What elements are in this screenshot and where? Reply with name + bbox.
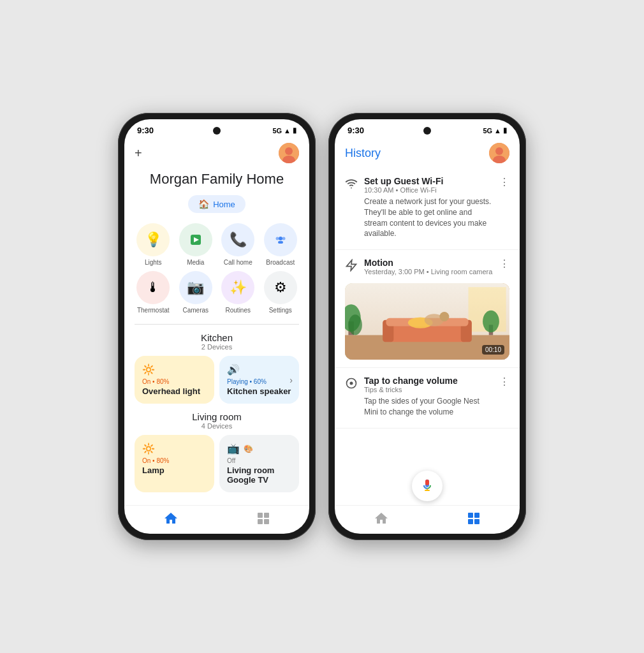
- device-google-tv[interactable]: 📺 🎨 Off Living room Google TV: [219, 435, 299, 492]
- home-chip-icon: 🏠: [198, 199, 209, 209]
- svg-point-7: [275, 237, 279, 240]
- volume-icon: [345, 377, 358, 393]
- network-indicator-history: 5G: [483, 127, 492, 135]
- device-overhead-light[interactable]: 🔆 On • 80% Overhead light: [135, 356, 214, 404]
- action-call[interactable]: 📞 Call home: [219, 223, 257, 266]
- volume-more-button[interactable]: ⋮: [499, 376, 509, 388]
- bottom-nav-home: [124, 505, 309, 534]
- mic-fab[interactable]: [412, 471, 443, 501]
- battery-icon: ▮: [293, 126, 296, 135]
- history-item-volume[interactable]: Tap to change volume Tips & tricks Tap t…: [335, 368, 520, 429]
- kitchen-devices: 🔆 On • 80% Overhead light 🔊 Playing • 60…: [135, 356, 299, 404]
- action-lights[interactable]: 💡 Lights: [135, 223, 172, 266]
- nav-home-history[interactable]: [374, 511, 389, 526]
- wifi-more-button[interactable]: ⋮: [499, 176, 509, 188]
- history-list: Set up Guest Wi-Fi 10:30 AM • Office Wi-…: [335, 168, 520, 466]
- action-thermostat[interactable]: 🌡 Thermostat: [135, 271, 172, 314]
- home-chip-label: Home: [213, 200, 235, 209]
- speaker-icon-row: 🔊: [227, 363, 291, 376]
- action-label-thermostat: Thermostat: [137, 307, 170, 314]
- device-lamp[interactable]: 🔆 On • 80% Lamp: [135, 435, 214, 492]
- speaker-icon: 🔊: [227, 363, 240, 376]
- action-circle-call: 📞: [221, 223, 254, 256]
- device-kitchen-speaker[interactable]: 🔊 Playing • 60% Kitchen speaker ›: [219, 356, 299, 404]
- living-room-title: Living room: [135, 411, 299, 422]
- battery-icon-history: ▮: [503, 126, 507, 135]
- nav-home[interactable]: [163, 511, 179, 526]
- motion-thumbnail[interactable]: 00:10: [345, 283, 509, 360]
- action-label-broadcast: Broadcast: [266, 259, 295, 266]
- motion-icon: [345, 259, 358, 275]
- add-button[interactable]: +: [135, 146, 142, 161]
- home-chip[interactable]: 🏠 Home: [188, 195, 245, 213]
- tv-name: Living room Google TV: [227, 466, 291, 485]
- wifi-item-content: Set up Guest Wi-Fi 10:30 AM • Office Wi-…: [364, 176, 493, 239]
- room-living-room: Living room 4 Devices 🔆 On • 80% Lamp: [124, 411, 309, 500]
- speaker-status: Playing • 60%: [227, 378, 291, 385]
- history-phone: 9:30 5G ▲ ▮ History: [328, 113, 526, 540]
- quick-actions-grid: 💡 Lights Media 📞 Call home: [124, 223, 309, 321]
- action-circle-broadcast: [264, 223, 297, 256]
- speaker-name: Kitchen speaker: [227, 386, 291, 396]
- divider-1: [135, 324, 299, 325]
- action-circle-media: [179, 223, 212, 256]
- action-media[interactable]: Media: [177, 223, 215, 266]
- wifi-item-meta: 10:30 AM • Office Wi-Fi: [364, 186, 493, 194]
- svg-rect-9: [258, 513, 263, 518]
- video-duration: 00:10: [482, 345, 504, 355]
- status-icons-home: 5G ▲ ▮: [272, 126, 296, 135]
- nav-history-active[interactable]: [466, 511, 481, 526]
- svg-rect-37: [474, 519, 479, 524]
- home-phone: 9:30 5G ▲ ▮ +: [118, 113, 316, 540]
- motion-more-button[interactable]: ⋮: [499, 258, 509, 270]
- action-label-cameras: Cameras: [182, 307, 209, 314]
- svg-point-14: [495, 147, 503, 155]
- volume-item-content: Tap to change volume Tips & tricks Tap t…: [364, 376, 493, 418]
- svg-rect-8: [278, 241, 283, 244]
- history-item-wifi[interactable]: Set up Guest Wi-Fi 10:30 AM • Office Wi-…: [335, 168, 520, 250]
- volume-item-header: Tap to change volume Tips & tricks Tap t…: [345, 376, 509, 418]
- avatar-history[interactable]: [489, 143, 509, 163]
- living-room-devices: 🔆 On • 80% Lamp 📺 🎨 Off Living room Go: [135, 435, 299, 492]
- camera-cutout: [213, 127, 221, 135]
- tv-icon-row: 📺 🎨: [227, 443, 291, 455]
- history-item-motion[interactable]: Motion Yesterday, 3:00 PM • Living room …: [335, 250, 520, 368]
- action-label-media: Media: [187, 259, 204, 266]
- home-screen-content: Morgan Family Home 🏠 Home 💡 Lights: [124, 166, 309, 505]
- home-title: Morgan Family Home: [124, 166, 309, 195]
- lamp-icon-row: 🔆: [142, 443, 207, 455]
- home-header: +: [124, 138, 309, 166]
- overhead-light-name: Overhead light: [142, 386, 207, 396]
- wifi-item-desc: Create a network just for your guests. T…: [364, 196, 493, 239]
- action-label-lights: Lights: [145, 259, 162, 266]
- motion-item-content: Motion Yesterday, 3:00 PM • Living room …: [364, 258, 493, 278]
- camera-cutout-history: [423, 127, 431, 135]
- volume-item-desc: Tap the sides of your Google Nest Mini t…: [364, 396, 493, 418]
- action-routines[interactable]: ✨ Routines: [219, 271, 257, 314]
- svg-point-5: [279, 237, 282, 240]
- svg-point-16: [351, 187, 352, 189]
- status-time-home: 9:30: [137, 126, 154, 135]
- kitchen-title: Kitchen: [135, 332, 299, 343]
- volume-item-meta: Tips & tricks: [364, 386, 493, 393]
- motion-item-meta: Yesterday, 3:00 PM • Living room camera: [364, 268, 493, 275]
- kitchen-count: 2 Devices: [135, 343, 299, 351]
- action-broadcast[interactable]: Broadcast: [262, 223, 300, 266]
- avatar-home[interactable]: [279, 143, 299, 163]
- overhead-light-status: On • 80%: [142, 378, 207, 385]
- action-settings[interactable]: ⚙ Settings: [262, 271, 300, 314]
- network-indicator: 5G: [272, 127, 282, 135]
- speaker-chevron: ›: [289, 375, 293, 385]
- home-chip-container: 🏠 Home: [124, 195, 309, 213]
- volume-item-title: Tap to change volume: [364, 376, 493, 386]
- action-label-call: Call home: [224, 259, 252, 266]
- action-cameras[interactable]: 📷 Cameras: [177, 271, 215, 314]
- nav-history[interactable]: [256, 511, 271, 526]
- tv-icon: 📺: [227, 443, 240, 455]
- phones-container: 9:30 5G ▲ ▮ +: [118, 113, 526, 540]
- action-label-settings: Settings: [269, 307, 292, 314]
- svg-point-6: [282, 237, 285, 240]
- action-circle-lights: 💡: [136, 223, 170, 256]
- living-room-count: 4 Devices: [135, 422, 299, 430]
- home-screen: 9:30 5G ▲ ▮ +: [124, 119, 309, 534]
